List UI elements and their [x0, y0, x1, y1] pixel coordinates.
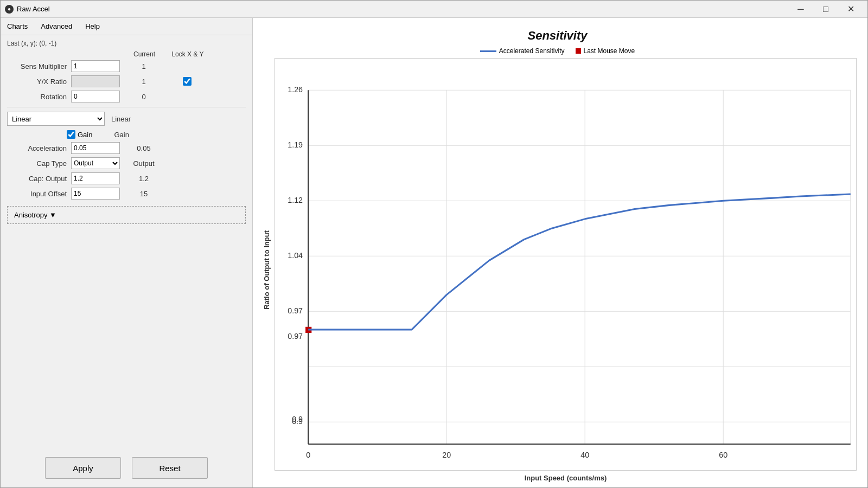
acceleration-current: 0.05: [122, 144, 165, 152]
chart-title: Sensitivity: [527, 29, 587, 43]
cap-type-select[interactable]: Output Input: [71, 157, 120, 169]
cap-type-label: Cap Type: [7, 159, 67, 168]
chart-container: Ratio of Output to Input: [258, 58, 857, 482]
cap-type-row: Cap Type Output Input Output: [7, 157, 246, 169]
cap-output-input[interactable]: [71, 172, 120, 184]
legend-last-mouse-move: Last Mouse Move: [576, 47, 635, 55]
gain-label[interactable]: Gain: [67, 130, 92, 139]
menu-bar: Charts Advanced Help: [1, 18, 252, 35]
accel-type-current: Linear: [111, 115, 131, 123]
legend-line-label: Accelerated Sensitivity: [499, 47, 565, 55]
accel-type-row: Linear Classic Jump Natural Synchronous …: [7, 112, 246, 126]
cap-output-current: 1.2: [122, 175, 165, 183]
menu-charts[interactable]: Charts: [1, 20, 34, 33]
window-title: Raw Accel: [17, 5, 788, 13]
sensitivity-curve: [308, 194, 851, 330]
sens-multiplier-label: Sens Multiplier: [7, 62, 67, 70]
acceleration-input[interactable]: [71, 142, 120, 154]
lock-xy-header: Lock X & Y: [166, 50, 209, 58]
lock-xy-checkbox[interactable]: [183, 77, 192, 86]
yx-ratio-input[interactable]: [71, 75, 120, 87]
anisotropy-section[interactable]: Anisotropy ▼: [7, 206, 246, 224]
acceleration-label: Acceleration: [7, 144, 67, 152]
yx-ratio-label: Y/X Ratio: [7, 78, 67, 86]
rotation-input[interactable]: [71, 91, 120, 102]
action-buttons: Apply Reset: [1, 448, 252, 487]
maximize-button[interactable]: □: [813, 1, 838, 18]
menu-advanced[interactable]: Advanced: [34, 20, 79, 33]
svg-text:40: 40: [580, 451, 589, 460]
svg-text:0.97: 0.97: [288, 306, 303, 315]
cap-output-row: Cap: Output 1.2: [7, 172, 246, 184]
gain-text: Gain: [78, 131, 92, 139]
sidebar-body: Last (x, y): (0, -1) Current Lock X & Y …: [1, 35, 252, 448]
svg-text:1.26: 1.26: [288, 85, 303, 94]
svg-text:1.19: 1.19: [288, 140, 303, 149]
legend-point-icon: [576, 48, 581, 54]
last-xy-label: Last (x, y): (0, -1): [7, 40, 246, 47]
yx-ratio-lock-cell: [165, 77, 209, 86]
sens-multiplier-input[interactable]: [71, 60, 120, 72]
y-axis-label: Ratio of Output to Input: [263, 230, 271, 310]
gain-current: Gain: [114, 131, 129, 139]
svg-text:0.97: 0.97: [288, 332, 303, 341]
current-header: Current: [123, 50, 166, 58]
window-controls: ─ □ ✕: [788, 1, 863, 18]
input-offset-label: Input Offset: [7, 190, 67, 198]
x-axis-label: Input Speed (counts/ms): [275, 474, 857, 482]
svg-text:60: 60: [719, 451, 727, 460]
main-content: Charts Advanced Help Last (x, y): (0, -1…: [1, 18, 867, 487]
apply-button[interactable]: Apply: [45, 457, 121, 479]
yx-ratio-row: Y/X Ratio 1: [7, 75, 246, 87]
sensitivity-chart: 1.26 1.19 1.12 1.04 0.97 0.9 0.97 0.9 0 …: [275, 58, 857, 471]
gain-checkbox[interactable]: [67, 130, 75, 139]
input-offset-current: 15: [122, 190, 165, 198]
svg-text:20: 20: [442, 451, 451, 460]
chart-legend: Accelerated Sensitivity Last Mouse Move: [480, 47, 635, 55]
yx-ratio-current: 1: [122, 78, 165, 86]
menu-help[interactable]: Help: [79, 20, 106, 33]
sens-multiplier-current: 1: [122, 62, 165, 70]
cap-type-current: Output: [122, 159, 165, 168]
rotation-current: 0: [122, 93, 165, 101]
app-icon: ●: [5, 5, 14, 14]
svg-text:1.12: 1.12: [288, 196, 303, 204]
cap-output-label: Cap: Output: [7, 175, 67, 183]
gain-row: Gain Gain: [7, 130, 246, 139]
legend-point-label: Last Mouse Move: [584, 47, 635, 55]
legend-accel-sensitivity: Accelerated Sensitivity: [480, 47, 565, 55]
close-button[interactable]: ✕: [838, 1, 863, 18]
column-headers: Current Lock X & Y: [7, 50, 246, 58]
sidebar: Charts Advanced Help Last (x, y): (0, -1…: [1, 18, 253, 487]
input-offset-row: Input Offset 15: [7, 188, 246, 200]
rotation-label: Rotation: [7, 93, 67, 101]
svg-text:1.04: 1.04: [288, 251, 303, 260]
chart-inner: 1.26 1.19 1.12 1.04 0.97 0.9 0.97 0.9 0 …: [275, 58, 857, 482]
input-offset-input[interactable]: [71, 188, 120, 200]
svg-text:0.9: 0.9: [292, 415, 303, 423]
y-axis-label-container: Ratio of Output to Input: [258, 58, 275, 482]
sens-multiplier-row: Sens Multiplier 1: [7, 60, 246, 72]
minimize-button[interactable]: ─: [788, 1, 813, 18]
legend-line-icon: [480, 50, 496, 52]
svg-text:0: 0: [306, 451, 310, 460]
anisotropy-label: Anisotropy ▼: [14, 211, 56, 219]
chart-area: Sensitivity Accelerated Sensitivity Last…: [253, 18, 867, 487]
rotation-row: Rotation 0: [7, 91, 246, 102]
reset-button[interactable]: Reset: [132, 457, 208, 479]
accel-type-select[interactable]: Linear Classic Jump Natural Synchronous …: [7, 112, 105, 126]
title-bar: ● Raw Accel ─ □ ✕: [1, 1, 867, 18]
main-window: ● Raw Accel ─ □ ✕ Charts Advanced Help L…: [0, 0, 868, 488]
acceleration-row: Acceleration 0.05: [7, 142, 246, 154]
